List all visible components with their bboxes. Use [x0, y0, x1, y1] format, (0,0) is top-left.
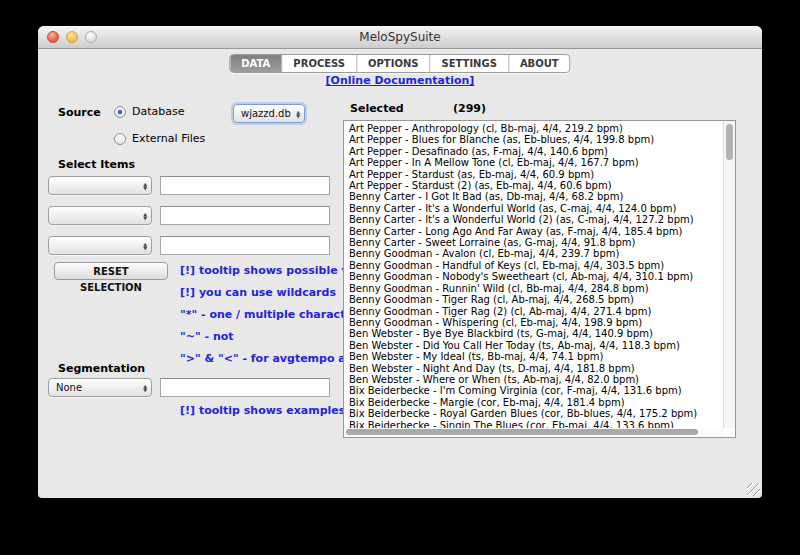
list-item[interactable]: Ben Webster - Bye Bye Blackbird (ts, G-m…: [349, 328, 722, 339]
selected-list-rows: Art Pepper - Anthropology (cl, Bb-maj, 4…: [344, 123, 722, 428]
radio-database[interactable]: Database: [114, 105, 185, 118]
selected-label: Selected: [350, 102, 404, 115]
hint-text: "*" - one / multiple characters: [180, 308, 365, 321]
radio-database-label: Database: [132, 105, 185, 118]
segmentation-hint: [!] tooltip shows examples: [180, 404, 345, 417]
list-item[interactable]: Benny Goodman - Handful of Keys (cl, Eb-…: [349, 260, 722, 271]
tab[interactable]: ABOUT: [509, 55, 570, 72]
select-item-dropdown[interactable]: ▲▼: [48, 176, 152, 195]
list-item[interactable]: Bix Beiderbecke - I'm Coming Virginia (c…: [349, 385, 722, 396]
radio-external-files[interactable]: External Files: [114, 132, 205, 145]
online-documentation-link[interactable]: [Online Documentation]: [38, 74, 762, 87]
list-item[interactable]: Bix Beiderbecke - Royal Garden Blues (co…: [349, 408, 722, 419]
tab[interactable]: SETTINGS: [430, 55, 508, 72]
list-item[interactable]: Benny Goodman - Avalon (cl, Eb-maj, 4/4,…: [349, 248, 722, 259]
list-item[interactable]: Benny Carter - It's a Wonderful World (2…: [349, 214, 722, 225]
tab-bar: DATA PROCESS OPTIONS SETTINGS ABOUT: [229, 54, 570, 73]
list-item[interactable]: Art Pepper - Desafinado (as, F-maj, 4/4,…: [349, 146, 722, 157]
select-item-input[interactable]: [160, 176, 330, 195]
stepper-arrows-icon: ▲▼: [139, 242, 147, 250]
list-item[interactable]: Ben Webster - Night And Day (ts, D-maj, …: [349, 363, 722, 374]
radio-icon: [114, 133, 126, 145]
list-item[interactable]: Benny Carter - I Got It Bad (as, Db-maj,…: [349, 191, 722, 202]
segmentation-dropdown-value: None: [56, 382, 82, 393]
segmentation-input[interactable]: [160, 378, 330, 397]
stepper-arrows-icon: ▲▼: [292, 110, 300, 118]
radio-icon: [114, 106, 126, 118]
list-item[interactable]: Benny Goodman - Tiger Rag (2) (cl, Ab-ma…: [349, 306, 722, 317]
segmentation-dropdown[interactable]: None ▲▼: [48, 378, 152, 397]
tab[interactable]: DATA: [230, 55, 282, 72]
vertical-scroll-thumb[interactable]: [726, 124, 733, 160]
vertical-scrollbar[interactable]: [723, 121, 735, 428]
tab[interactable]: PROCESS: [282, 55, 357, 72]
list-item[interactable]: Benny Goodman - Runnin' Wild (cl, Bb-maj…: [349, 283, 722, 294]
select-item-input[interactable]: [160, 206, 330, 225]
radio-external-files-label: External Files: [132, 132, 205, 145]
list-item[interactable]: Ben Webster - My Ideal (ts, Bb-maj, 4/4,…: [349, 351, 722, 362]
title-bar[interactable]: MeloSpySuite: [38, 26, 762, 49]
hint-text: [!] you can use wildcards: [180, 286, 336, 299]
list-item[interactable]: Art Pepper - Stardust (as, Eb-maj, 4/4, …: [349, 169, 722, 180]
horizontal-scrollbar[interactable]: [344, 428, 723, 437]
list-item[interactable]: Art Pepper - Stardust (2) (as, Eb-maj, 4…: [349, 180, 722, 191]
tab[interactable]: OPTIONS: [357, 55, 430, 72]
selected-list[interactable]: Art Pepper - Anthropology (cl, Bb-maj, 4…: [343, 120, 736, 438]
list-item[interactable]: Ben Webster - Where or When (ts, Ab-maj,…: [349, 374, 722, 385]
list-item[interactable]: Benny Goodman - Tiger Rag (cl, Ab-maj, 4…: [349, 294, 722, 305]
list-item[interactable]: Benny Carter - It's a Wonderful World (a…: [349, 203, 722, 214]
stepper-arrows-icon: ▲▼: [139, 212, 147, 220]
list-item[interactable]: Benny Carter - Sweet Lorraine (as, G-maj…: [349, 237, 722, 248]
list-item[interactable]: Benny Goodman - Whispering (cl, Eb-maj, …: [349, 317, 722, 328]
select-item-dropdown[interactable]: ▲▼: [48, 206, 152, 225]
reset-selection-button[interactable]: RESET SELECTION: [54, 262, 168, 280]
select-items-label: Select Items: [58, 158, 135, 171]
app-window: MeloSpySuite DATA PROCESS OPTIONS SETTIN…: [38, 26, 762, 498]
list-item[interactable]: Art Pepper - In A Mellow Tone (cl, Eb-ma…: [349, 157, 722, 168]
source-label: Source: [58, 106, 101, 119]
segmentation-label: Segmentation: [58, 362, 145, 375]
list-item[interactable]: Benny Goodman - Nobody's Sweetheart (cl,…: [349, 271, 722, 282]
resize-grip[interactable]: [747, 483, 760, 496]
select-item-input[interactable]: [160, 236, 330, 255]
list-item[interactable]: Benny Carter - Long Ago And Far Away (as…: [349, 226, 722, 237]
list-item[interactable]: Bix Beiderbecke - Singin The Blues (cor,…: [349, 420, 722, 428]
list-item[interactable]: Ben Webster - Did You Call Her Today (ts…: [349, 340, 722, 351]
horizontal-scroll-thumb[interactable]: [346, 429, 698, 435]
stepper-arrows-icon: ▲▼: [139, 182, 147, 190]
hint-text: "~" - not: [180, 330, 234, 343]
window-title: MeloSpySuite: [38, 26, 762, 48]
database-file-dropdown[interactable]: wjazzd.db ▲▼: [233, 104, 305, 123]
list-item[interactable]: Art Pepper - Anthropology (cl, Bb-maj, 4…: [349, 123, 722, 134]
database-file-value: wjazzd.db: [241, 108, 291, 119]
stepper-arrows-icon: ▲▼: [139, 384, 147, 392]
select-item-dropdown[interactable]: ▲▼: [48, 236, 152, 255]
list-item[interactable]: Bix Beiderbecke - Margie (cor, Eb-maj, 4…: [349, 397, 722, 408]
list-item[interactable]: Art Pepper - Blues for Blanche (as, Eb-b…: [349, 134, 722, 145]
selected-count: (299): [453, 102, 486, 115]
